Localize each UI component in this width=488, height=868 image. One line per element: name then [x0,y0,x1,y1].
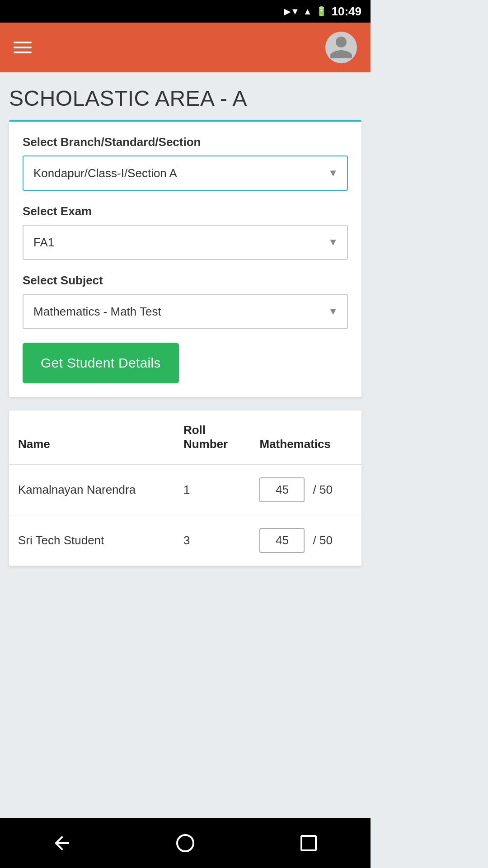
table-row: Kamalnayan Narendra1/ 50 [9,464,361,515]
student-roll: 3 [174,515,251,566]
exam-group: Select Exam FA1 ▼ [23,204,348,260]
menu-button[interactable] [14,42,32,53]
status-bar: ▶▼ ▲ 🔋 10:49 [0,0,371,23]
form-card: Select Branch/Standard/Section Kondapur/… [9,120,361,397]
main-content: SCHOLASTIC AREA - A Select Branch/Standa… [0,72,371,818]
col-math: Mathematics [250,410,361,464]
student-score: / 50 [250,464,361,515]
students-table-card: Name RollNumber Mathematics Kamalnayan N… [9,410,361,566]
app-bar [0,23,371,72]
home-button[interactable] [174,832,196,854]
battery-icon: 🔋 [316,6,327,17]
page-title: SCHOLASTIC AREA - A [9,86,361,111]
table-header-row: Name RollNumber Mathematics [9,410,361,464]
branch-label: Select Branch/Standard/Section [23,135,348,149]
subject-group: Select Subject Mathematics - Math Test ▼ [23,274,348,329]
branch-select[interactable]: Kondapur/Class-I/Section A [23,156,347,190]
status-icons: ▶▼ ▲ 🔋 [284,6,327,17]
get-details-button[interactable]: Get Student Details [23,343,179,383]
student-name: Kamalnayan Narendra [9,464,174,515]
col-roll: RollNumber [174,410,251,464]
wifi-icon: ▶▼ [284,6,300,17]
avatar-icon [328,34,355,61]
profile-avatar[interactable] [325,32,357,63]
students-table: Name RollNumber Mathematics Kamalnayan N… [9,410,361,566]
status-time: 10:49 [332,5,362,19]
student-name: Sri Tech Student [9,515,174,566]
subject-label: Select Subject [23,274,348,288]
subject-select-wrapper[interactable]: Mathematics - Math Test ▼ [23,294,348,329]
back-icon [51,832,73,854]
signal-icon: ▲ [303,6,312,17]
recents-button[interactable] [298,832,319,854]
svg-rect-1 [301,836,316,850]
score-total: / 50 [313,483,332,497]
score-input[interactable] [259,477,305,502]
score-input[interactable] [259,528,305,553]
score-total: / 50 [313,533,332,547]
exam-select-wrapper[interactable]: FA1 ▼ [23,225,348,260]
nav-bar [0,818,371,868]
recents-icon [298,832,319,854]
col-name: Name [9,410,174,464]
branch-group: Select Branch/Standard/Section Kondapur/… [23,135,348,191]
home-icon [174,832,196,854]
exam-select[interactable]: FA1 [23,226,347,259]
back-button[interactable] [51,832,73,854]
table-row: Sri Tech Student3/ 50 [9,515,361,566]
exam-label: Select Exam [23,204,348,218]
subject-select[interactable]: Mathematics - Math Test [23,295,347,328]
branch-select-wrapper[interactable]: Kondapur/Class-I/Section A ▼ [23,156,348,191]
student-score: / 50 [250,515,361,566]
svg-point-0 [177,835,193,851]
student-roll: 1 [174,464,251,515]
